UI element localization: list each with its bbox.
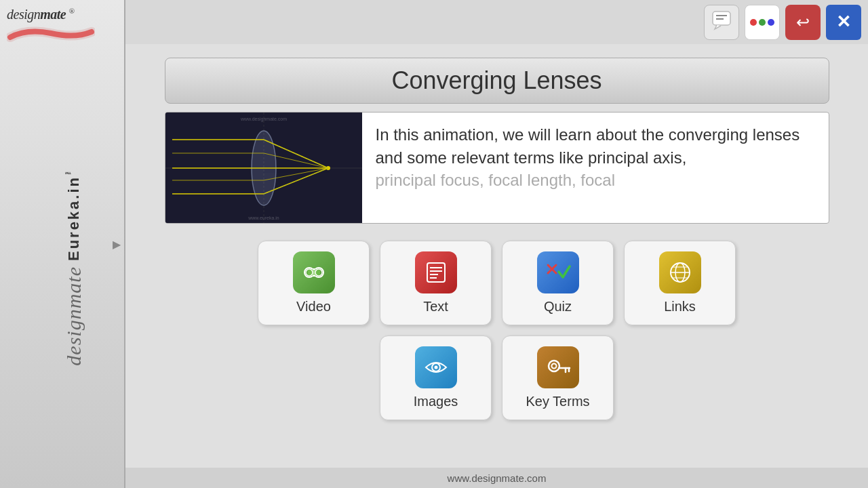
page-title: Converging Lenses bbox=[391, 66, 601, 94]
quiz-button[interactable]: Quiz bbox=[502, 241, 614, 325]
buttons-row-1: Video Text bbox=[258, 241, 736, 325]
preview-description: In this animation, we will learn about t… bbox=[362, 113, 829, 223]
links-button[interactable]: Links bbox=[624, 241, 736, 325]
sidebar-arrow-icon: ▶ bbox=[113, 238, 121, 251]
preview-text-faded: principal focus, focal length, focal bbox=[376, 171, 616, 189]
keyterms-label: Key Terms bbox=[526, 394, 589, 409]
footer-url: www.designmate.com bbox=[448, 472, 547, 484]
quiz-label: Quiz bbox=[544, 299, 572, 314]
svg-rect-23 bbox=[308, 269, 320, 276]
text-label: Text bbox=[423, 299, 448, 314]
title-bar: Converging Lenses bbox=[165, 58, 829, 104]
images-button[interactable]: Images bbox=[380, 336, 492, 420]
buttons-grid: Video Text bbox=[258, 241, 736, 420]
text-button[interactable]: Text bbox=[380, 241, 492, 325]
brand-area: designmate ® bbox=[7, 7, 119, 45]
svg-text:www.designmate.com: www.designmate.com bbox=[239, 117, 286, 122]
svg-point-42 bbox=[549, 361, 559, 371]
video-label: Video bbox=[296, 299, 331, 314]
video-button[interactable]: Video bbox=[258, 241, 370, 325]
main-content: Converging Lenses bbox=[125, 44, 868, 488]
close-icon: ✕ bbox=[836, 12, 851, 33]
sidebar-vertical-labels: Eureka.in™ designmate bbox=[62, 166, 85, 366]
keyterms-icon bbox=[537, 346, 579, 388]
preview-image: www.designmate.com www.eureka.in bbox=[165, 113, 362, 224]
quiz-icon bbox=[537, 251, 579, 293]
footer: www.designmate.com bbox=[125, 468, 868, 488]
svg-point-43 bbox=[551, 364, 556, 369]
close-button[interactable]: ✕ bbox=[826, 5, 861, 40]
images-label: Images bbox=[414, 394, 458, 409]
svg-point-41 bbox=[434, 366, 437, 369]
svg-rect-28 bbox=[427, 263, 445, 282]
eureka-label: Eureka.in™ bbox=[64, 166, 83, 261]
links-label: Links bbox=[664, 299, 696, 314]
designmate-label: designmate bbox=[62, 266, 85, 366]
color-dots-icon bbox=[750, 19, 774, 26]
svg-text:www.eureka.in: www.eureka.in bbox=[248, 216, 279, 220]
dots-button[interactable] bbox=[745, 5, 780, 40]
brand-brush-icon bbox=[7, 25, 95, 42]
back-button[interactable]: ↩ bbox=[785, 5, 821, 40]
chat-icon bbox=[711, 10, 732, 35]
video-icon bbox=[293, 251, 335, 293]
topbar: ↩ ✕ bbox=[125, 0, 868, 44]
preview-area: www.designmate.com www.eureka.in In this… bbox=[165, 112, 829, 224]
preview-text-main: In this animation, we will learn about t… bbox=[376, 125, 800, 167]
brand-name: designmate ® bbox=[7, 7, 119, 22]
links-icon bbox=[659, 251, 701, 293]
chat-button[interactable] bbox=[704, 5, 739, 40]
buttons-row-2: Images Key Terms bbox=[380, 336, 614, 420]
text-icon bbox=[415, 251, 457, 293]
images-icon bbox=[415, 346, 457, 388]
sidebar: designmate ® Eureka.in™ designmate ▶ bbox=[0, 0, 125, 488]
back-icon: ↩ bbox=[796, 13, 810, 32]
keyterms-button[interactable]: Key Terms bbox=[502, 336, 614, 420]
